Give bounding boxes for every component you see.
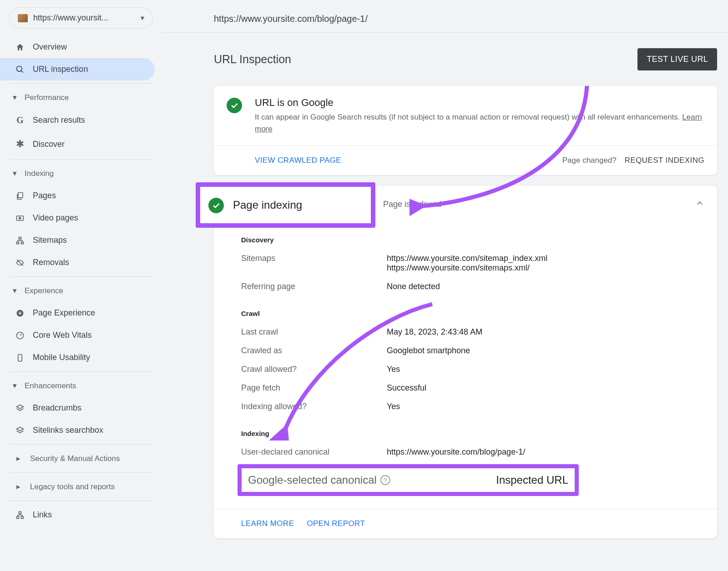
key: Referring page: [241, 282, 387, 291]
kv-row: Crawl allowed? Yes: [241, 360, 704, 379]
chevron-up-icon: [695, 199, 704, 210]
value: Googlebot smartphone: [387, 346, 470, 356]
view-crawled-page-button[interactable]: VIEW CRAWLED PAGE: [255, 156, 341, 165]
sidebar-item-label: Legacy tools and reports: [30, 482, 115, 491]
request-indexing-button[interactable]: REQUEST INDEXING: [625, 156, 704, 165]
sidebar-item-links[interactable]: Links: [0, 504, 162, 526]
sidebar-item-video-pages[interactable]: Video pages: [0, 207, 162, 229]
sidebar-item-legacy[interactable]: ▸ Legacy tools and reports: [0, 476, 162, 498]
divider: [9, 159, 153, 160]
value: https://www.yoursite.com/blog/page-1/: [387, 447, 525, 457]
svg-rect-11: [19, 511, 21, 513]
pages-icon: [15, 191, 25, 200]
kv-row: Last crawl May 18, 2023, 2:43:48 AM: [241, 323, 704, 341]
property-selector[interactable]: https://www.yoursit... ▾: [9, 7, 153, 29]
inspected-url: https://www.yoursite.com/blog/page-1/: [162, 14, 728, 33]
home-icon: [15, 43, 25, 52]
page-title: URL Inspection: [214, 53, 637, 66]
kv-row: Sitemaps https://www.yoursite.com/sitema…: [241, 249, 704, 277]
indexing-status: Page is indexed: [383, 200, 441, 209]
divider: [9, 501, 153, 501]
sidebar-item-label: Removals: [33, 258, 69, 267]
layers-icon: [15, 426, 25, 435]
divider: [9, 444, 153, 445]
sidebar-item-label: Links: [33, 510, 52, 520]
phone-icon: [15, 353, 25, 362]
sidebar-item-breadcrumbs[interactable]: Breadcrumbs: [0, 397, 162, 419]
sidebar-item-label: Discover: [33, 140, 65, 149]
chevron-down-icon: ▾: [141, 14, 144, 22]
google-g-icon: G: [15, 115, 25, 125]
sidebar-item-label: Security & Manual Actions: [30, 454, 120, 463]
indexing-label: Indexing: [241, 416, 704, 443]
sidebar-item-discover[interactable]: ✱ Discover: [0, 132, 162, 156]
kv-row: User-declared canonical https://www.your…: [241, 443, 704, 461]
divider: [9, 371, 153, 372]
key: Crawl allowed?: [241, 365, 387, 374]
help-icon[interactable]: ?: [380, 475, 390, 485]
key: Sitemaps: [241, 254, 387, 273]
sidebar-item-label: Core Web Vitals: [33, 331, 91, 340]
sidebar-item-label: Pages: [33, 191, 56, 200]
checkmark-icon: [227, 98, 242, 113]
svg-rect-6: [21, 242, 24, 244]
sidebar-item-pages[interactable]: Pages: [0, 185, 162, 207]
value: May 18, 2023, 2:43:48 AM: [387, 327, 482, 337]
google-canonical-value: Inspected URL: [496, 474, 568, 486]
key: Indexing allowed?: [241, 402, 387, 411]
key: Last crawl: [241, 327, 387, 337]
svg-rect-12: [17, 516, 19, 518]
sidebar-item-label: URL inspection: [33, 65, 88, 74]
test-live-url-button[interactable]: TEST LIVE URL: [637, 48, 717, 70]
sidebar-item-sitemaps[interactable]: Sitemaps: [0, 229, 162, 251]
circle-plus-icon: [15, 309, 25, 318]
sidebar-item-label: Sitemaps: [33, 235, 67, 245]
svg-rect-13: [21, 516, 24, 518]
sidebar-section-performance[interactable]: ▾ Performance: [0, 86, 162, 109]
sidebar-item-page-experience[interactable]: Page Experience: [0, 302, 162, 324]
section-label: Indexing: [25, 169, 54, 178]
kv-row: Crawled as Googlebot smartphone: [241, 341, 704, 360]
annotation-highlight: Google-selected canonical ? Inspected UR…: [238, 464, 579, 496]
svg-rect-2: [18, 192, 23, 198]
kv-row: Referring page None detected: [241, 277, 704, 296]
card-description: It can appear in Google Search results (…: [255, 111, 704, 135]
value: Yes: [387, 365, 400, 374]
divider: [9, 276, 153, 277]
sidebar-item-overview[interactable]: Overview: [0, 36, 162, 58]
site-favicon: [18, 14, 28, 22]
layers-icon: [15, 404, 25, 413]
svg-rect-10: [18, 354, 22, 361]
chevron-down-icon: ▾: [13, 169, 20, 178]
page-indexing-card: Page indexing Page is indexed Discovery …: [214, 186, 717, 538]
video-icon: [15, 214, 25, 223]
svg-point-0: [17, 66, 22, 71]
section-label: Performance: [25, 93, 69, 102]
divider: [9, 83, 153, 84]
chevron-down-icon: ▾: [13, 93, 20, 102]
sidebar-item-security[interactable]: ▸ Security & Manual Actions: [0, 447, 162, 470]
sidebar-item-core-web-vitals[interactable]: Core Web Vitals: [0, 324, 162, 346]
sidebar-section-experience[interactable]: ▾ Experience: [0, 280, 162, 302]
main-content: https://www.yoursite.com/blog/page-1/ UR…: [162, 0, 728, 538]
sidebar-item-url-inspection[interactable]: URL inspection: [0, 58, 155, 80]
sidebar-item-sitelinks-searchbox[interactable]: Sitelinks searchbox: [0, 419, 162, 441]
open-report-button[interactable]: OPEN REPORT: [307, 519, 365, 528]
sitemap-icon: [15, 236, 25, 245]
value: None detected: [387, 282, 440, 291]
sidebar-item-mobile-usability[interactable]: Mobile Usability: [0, 346, 162, 369]
sidebar-item-removals[interactable]: Removals: [0, 251, 162, 274]
sidebar-section-enhancements[interactable]: ▾ Enhancements: [0, 375, 162, 397]
sidebar-item-label: Overview: [33, 42, 67, 52]
learn-more-button[interactable]: LEARN MORE: [241, 519, 294, 528]
search-icon: [15, 65, 25, 74]
sidebar-item-search-results[interactable]: G Search results: [0, 109, 162, 132]
sidebar-section-indexing[interactable]: ▾ Indexing: [0, 162, 162, 185]
property-url: https://www.yoursit...: [33, 13, 135, 23]
link-icon: [15, 511, 25, 520]
accordion-header[interactable]: Page is indexed: [214, 186, 717, 222]
kv-row: Page fetch Successful: [241, 379, 704, 397]
sidebar-item-label: Page Experience: [33, 308, 95, 318]
svg-line-1: [21, 70, 23, 72]
page-changed-label: Page changed?: [562, 156, 617, 165]
